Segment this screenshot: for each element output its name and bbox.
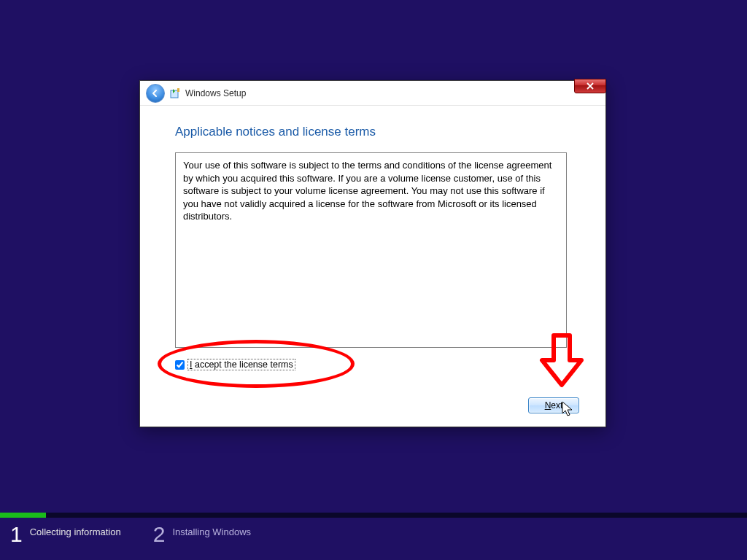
progress-fill xyxy=(0,513,46,518)
progress-strip: 1 Collecting information 2 Installing Wi… xyxy=(0,513,747,560)
titlebar: Windows Setup xyxy=(140,81,605,106)
license-text: Your use of this software is subject to … xyxy=(183,160,551,222)
next-button-label: Next xyxy=(545,400,563,411)
setup-dialog: Windows Setup Applicable notices and lic… xyxy=(139,80,606,427)
step-2-number: 2 xyxy=(153,524,166,545)
step-2-label: Installing Windows xyxy=(172,524,251,537)
accept-license-checkbox[interactable] xyxy=(175,360,185,370)
accept-license-row[interactable]: I accept the license terms xyxy=(175,359,579,370)
dialog-body: Applicable notices and license terms You… xyxy=(175,125,579,413)
back-button[interactable] xyxy=(146,84,165,103)
progress-steps: 1 Collecting information 2 Installing Wi… xyxy=(0,518,747,545)
window-title: Windows Setup xyxy=(185,89,246,98)
progress-track xyxy=(0,513,747,518)
license-text-box[interactable]: Your use of this software is subject to … xyxy=(175,152,567,348)
accept-license-label: I accept the license terms xyxy=(187,359,295,370)
step-1: 1 Collecting information xyxy=(0,524,121,545)
next-button[interactable]: Next xyxy=(528,397,579,413)
svg-rect-1 xyxy=(177,88,179,92)
step-2: 2 Installing Windows xyxy=(143,524,251,545)
step-1-label: Collecting information xyxy=(30,524,121,537)
close-button[interactable] xyxy=(574,79,606,93)
setup-icon xyxy=(169,88,181,99)
page-heading: Applicable notices and license terms xyxy=(175,125,579,139)
step-1-number: 1 xyxy=(10,524,23,545)
